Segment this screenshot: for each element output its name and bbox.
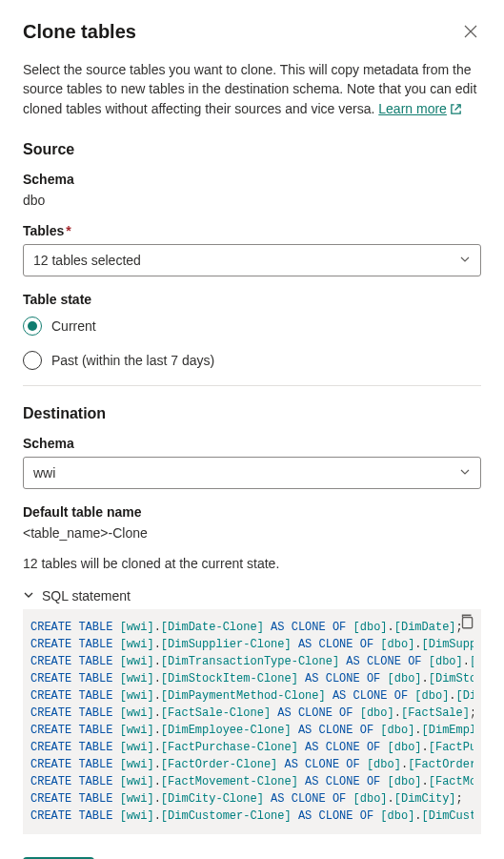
radio-icon: [23, 317, 42, 336]
default-table-name-label: Default table name: [23, 504, 481, 520]
learn-more-link[interactable]: Learn more: [378, 101, 447, 116]
dest-schema-dropdown[interactable]: wwi: [23, 457, 481, 489]
chevron-down-icon: [459, 465, 471, 481]
table-state-label: Table state: [23, 292, 481, 307]
sql-line: CREATE TABLE [wwi].[FactMovement-Clone] …: [30, 773, 474, 790]
default-table-name-value: <table_name>-Clone: [23, 525, 481, 541]
chevron-down-icon: [23, 588, 34, 603]
page-title: Clone tables: [23, 21, 136, 43]
destination-section-title: Destination: [23, 405, 481, 422]
sql-statement-toggle[interactable]: SQL statement: [23, 583, 481, 609]
tables-dropdown[interactable]: 12 tables selected: [23, 244, 481, 276]
section-divider: [23, 385, 481, 386]
source-schema-value: dbo: [23, 193, 481, 208]
radio-past-label: Past (within the last 7 days): [51, 353, 214, 368]
sql-statement-label: SQL statement: [42, 588, 131, 603]
source-schema-label: Schema: [23, 172, 481, 187]
close-icon: [464, 25, 477, 38]
sql-line: CREATE TABLE [wwi].[FactPurchase-Clone] …: [30, 739, 474, 756]
clone-status-text: 12 tables will be cloned at the current …: [23, 556, 481, 571]
sql-line: CREATE TABLE [wwi].[DimSupplier-Clone] A…: [30, 636, 474, 653]
radio-past[interactable]: Past (within the last 7 days): [23, 351, 481, 370]
dest-schema-label: Schema: [23, 436, 481, 451]
chevron-down-icon: [459, 253, 471, 268]
dest-schema-value: wwi: [33, 465, 55, 481]
tables-label: Tables*: [23, 223, 481, 238]
external-link-icon: [450, 101, 462, 120]
sql-line: CREATE TABLE [wwi].[DimStockItem-Clone] …: [30, 670, 474, 687]
source-section-title: Source: [23, 141, 481, 158]
sql-line: CREATE TABLE [wwi].[DimPaymentMethod-Clo…: [30, 687, 474, 705]
radio-current[interactable]: Current: [23, 317, 481, 336]
copy-icon[interactable]: [458, 613, 475, 630]
tables-dropdown-value: 12 tables selected: [33, 253, 141, 268]
radio-icon: [23, 351, 42, 370]
sql-line: CREATE TABLE [wwi].[FactSale-Clone] AS C…: [30, 705, 474, 722]
close-button[interactable]: [460, 21, 481, 45]
sql-line: CREATE TABLE [wwi].[DimEmployee-Clone] A…: [30, 722, 474, 739]
radio-current-label: Current: [51, 318, 96, 334]
sql-line: CREATE TABLE [wwi].[DimCustomer-Clone] A…: [30, 808, 474, 825]
sql-line: CREATE TABLE [wwi].[DimCity-Clone] AS CL…: [30, 790, 474, 808]
sql-line: CREATE TABLE [wwi].[DimDate-Clone] AS CL…: [30, 619, 474, 636]
sql-line: CREATE TABLE [wwi].[FactOrder-Clone] AS …: [30, 756, 474, 773]
description-text: Select the source tables you want to clo…: [23, 60, 481, 120]
sql-line: CREATE TABLE [wwi].[DimTransactionType-C…: [30, 653, 474, 670]
sql-code-block: CREATE TABLE [wwi].[DimDate-Clone] AS CL…: [23, 609, 481, 834]
svg-rect-0: [463, 617, 473, 627]
